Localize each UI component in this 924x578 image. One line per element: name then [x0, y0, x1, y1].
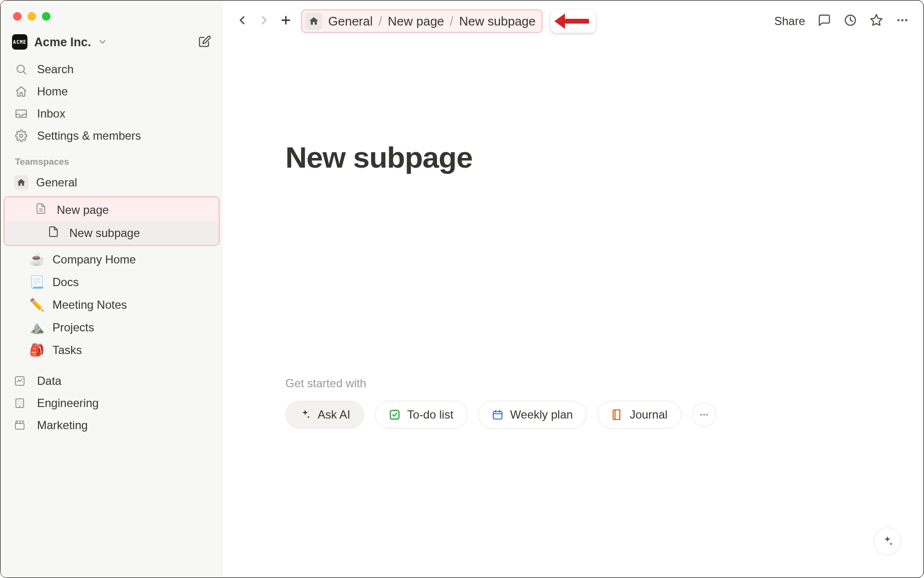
- tree-label: Meeting Notes: [52, 298, 127, 312]
- tree-label: Company Home: [52, 253, 136, 266]
- tree-label: Data: [37, 374, 62, 388]
- checkbox-icon: [389, 409, 400, 420]
- tree-label: New subpage: [69, 226, 140, 240]
- emoji-icon: ☕: [28, 252, 45, 266]
- comments-icon[interactable]: [818, 13, 831, 29]
- svg-rect-12: [15, 423, 24, 429]
- sidebar-item-label: Settings & members: [37, 129, 141, 143]
- updates-icon[interactable]: [844, 13, 857, 29]
- sidebar-item-inbox[interactable]: Inbox: [0, 103, 223, 125]
- workspace-badge: ACME: [12, 34, 27, 50]
- breadcrumb-item-new-page[interactable]: New page: [388, 14, 444, 29]
- tree-item-new-page[interactable]: New page: [5, 198, 218, 222]
- teamspace-marketing[interactable]: Marketing: [0, 414, 223, 436]
- chevron-down-icon: [98, 37, 107, 47]
- breadcrumb-item-new-subpage[interactable]: New subpage: [459, 14, 536, 29]
- sidebar-item-settings[interactable]: Settings & members: [0, 125, 223, 147]
- svg-point-26: [700, 414, 702, 416]
- sidebar-item-label: Search: [37, 63, 74, 76]
- tree-item-docs[interactable]: 📃 Docs: [0, 271, 223, 293]
- compose-button[interactable]: [198, 35, 211, 49]
- chip-ask-ai[interactable]: Ask AI: [285, 401, 364, 429]
- home-icon: [14, 85, 28, 98]
- svg-point-19: [905, 19, 908, 22]
- svg-point-2: [20, 134, 23, 138]
- tree-item-company-home[interactable]: ☕ Company Home: [0, 248, 223, 271]
- teamspace-data[interactable]: Data: [0, 370, 223, 392]
- inbox-icon: [14, 107, 28, 120]
- tree-item-projects[interactable]: ⛰️ Projects: [0, 316, 223, 339]
- sparkle-icon: [299, 409, 311, 420]
- new-tab-button[interactable]: [277, 11, 295, 31]
- page-icon: [45, 226, 62, 240]
- page-icon: [33, 203, 49, 217]
- page-title[interactable]: New subpage: [223, 39, 924, 174]
- chip-more[interactable]: [692, 403, 716, 427]
- breadcrumb-item-general[interactable]: General: [328, 14, 373, 29]
- tree-label: General: [36, 176, 77, 189]
- starter-templates: Get started with Ask AI To-do list Weekl…: [223, 174, 924, 429]
- tree-label: Marketing: [37, 419, 88, 432]
- sidebar-item-home[interactable]: Home: [0, 80, 223, 103]
- chip-weekly[interactable]: Weekly plan: [478, 401, 587, 429]
- sidebar-section-teamspaces: Teamspaces: [0, 147, 223, 171]
- tree-label: Tasks: [52, 343, 82, 357]
- sidebar-item-label: Inbox: [37, 107, 65, 120]
- breadcrumb-separator: /: [379, 14, 382, 29]
- nav-back-button[interactable]: [232, 11, 252, 32]
- gear-icon: [14, 130, 28, 142]
- building-icon: [14, 397, 28, 409]
- close-window-icon[interactable]: [13, 12, 22, 21]
- tree-item-meeting-notes[interactable]: ✏️ Meeting Notes: [0, 293, 223, 316]
- workspace-switcher[interactable]: ACME Acme Inc.: [0, 31, 223, 58]
- tree-label: New page: [57, 203, 109, 217]
- emoji-icon: ⛰️: [28, 320, 45, 334]
- tree-label: Projects: [52, 321, 94, 334]
- house-icon[interactable]: [305, 13, 322, 30]
- book-icon: [611, 409, 623, 420]
- chip-label: Ask AI: [318, 408, 350, 421]
- emoji-icon: 📃: [28, 275, 45, 289]
- chip-label: To-do list: [407, 408, 453, 421]
- chip-label: Journal: [629, 408, 667, 421]
- topbar-actions: Share: [774, 13, 909, 29]
- calendar-icon: [492, 409, 503, 420]
- highlighted-tree: New page New subpage: [3, 196, 220, 246]
- emoji-icon: ✏️: [28, 298, 45, 312]
- breadcrumb: General / New page / New subpage: [301, 9, 543, 33]
- tree-item-new-subpage[interactable]: New subpage: [5, 222, 218, 245]
- ai-fab[interactable]: [873, 527, 901, 555]
- chip-label: Weekly plan: [510, 408, 573, 421]
- more-icon[interactable]: [896, 13, 909, 29]
- minimize-window-icon[interactable]: [27, 12, 36, 21]
- sidebar-item-search[interactable]: Search: [0, 58, 223, 80]
- svg-point-17: [898, 19, 900, 22]
- main-content: General / New page / New subpage Share N…: [223, 0, 924, 578]
- favorite-icon[interactable]: [870, 13, 883, 29]
- tree-item-tasks[interactable]: 🎒 Tasks: [0, 339, 223, 361]
- chip-todo[interactable]: To-do list: [375, 401, 467, 429]
- starter-label: Get started with: [285, 377, 924, 390]
- teamspace-engineering[interactable]: Engineering: [0, 392, 223, 414]
- svg-point-28: [706, 414, 708, 416]
- sidebar: ACME Acme Inc. Search Home Inbox Setting: [0, 0, 223, 578]
- topbar: General / New page / New subpage Share: [223, 0, 924, 39]
- annotation-arrow: [551, 10, 596, 33]
- teamspace-general[interactable]: General: [0, 171, 223, 194]
- breadcrumb-separator: /: [450, 14, 453, 29]
- emoji-icon: 🎒: [28, 343, 45, 357]
- nav-forward-button[interactable]: [255, 11, 274, 32]
- sidebar-item-label: Home: [37, 85, 68, 98]
- svg-line-1: [24, 72, 26, 74]
- chip-journal[interactable]: Journal: [597, 401, 681, 429]
- workspace-name: Acme Inc.: [34, 35, 91, 49]
- window-controls: [0, 5, 223, 31]
- clapperboard-icon: [14, 420, 28, 431]
- svg-point-27: [703, 414, 705, 416]
- search-icon: [14, 63, 28, 76]
- chart-icon: [14, 375, 28, 387]
- zoom-window-icon[interactable]: [42, 12, 51, 21]
- svg-point-18: [901, 19, 904, 22]
- svg-marker-16: [871, 14, 882, 25]
- share-button[interactable]: Share: [774, 14, 805, 28]
